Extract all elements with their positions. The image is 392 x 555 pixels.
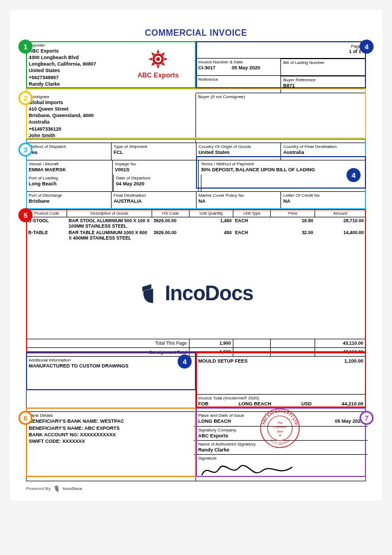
extra-charge-label: MOULD SETUP FEES	[198, 358, 247, 391]
invoice-total-term: FOB	[198, 401, 208, 407]
extra-charge-amount: 1,100.00	[344, 358, 363, 391]
footer-powered: Powered By	[26, 486, 51, 491]
annot-badge-3: 3	[18, 143, 32, 157]
col-desc: Description of Goods	[67, 210, 152, 217]
col-qty: Unit Quantity	[189, 210, 233, 217]
annot-badge-7: 7	[360, 411, 374, 425]
totals-table: Total This Page 1,900 43,110.00 Consignm…	[26, 339, 366, 357]
bank-line3: BANK ACCOUNT NO: XXXXXXXXXXX	[29, 431, 193, 438]
buyer-ref-box: Buyer Reference B871	[281, 76, 366, 93]
consignee-country: Australia	[29, 119, 193, 125]
watermark: IncoDocs	[139, 282, 253, 305]
origin-label: Country Of Origin of Goods	[199, 144, 279, 149]
table-row: B-TABLEBAR TABLE ALUMINIUM 1000 X 600 X …	[27, 229, 366, 241]
consignee-label: Consignee	[29, 94, 193, 99]
annot-badge-4a: 4	[360, 40, 374, 54]
marine-label: Marine Cover Policy No	[199, 193, 279, 198]
departure-label: Date of Departure	[116, 176, 198, 180]
total-page-qty: 1,900	[189, 339, 233, 348]
bol-label: Bill of Lading Number	[283, 60, 363, 65]
annot-badge-1: 1	[18, 40, 32, 54]
svg-text:A.C.N. 86124339: A.C.N. 86124339	[270, 439, 291, 446]
terms-value: 30% DEPOSIT, BALANCE UPON BILL OF LADING	[201, 166, 363, 173]
buyer-label: Buyer (If not Consignee)	[198, 94, 363, 99]
exporter-country: United States	[29, 67, 123, 74]
voyage-label: Voyage No	[115, 162, 196, 166]
origin-value: United States	[199, 149, 279, 156]
port-loading-box: Port of Loading Long Beach	[26, 175, 114, 192]
port-discharge-value: Brisbane	[29, 198, 109, 204]
items-table: Product Code Description of Goods HS Cod…	[26, 209, 366, 339]
buyer-box: Buyer (If not Consignee)	[196, 93, 366, 143]
footer: Powered By IncoDocs	[26, 485, 366, 492]
invoice-number-label: Invoice Number & Date	[198, 60, 278, 64]
exporter-logo: ABC Exports	[123, 43, 193, 84]
company-seal-icon: ABC EXPORTS PTY LTD A.C.N. 86124339 The …	[259, 408, 300, 449]
final-dest-box: Final Destination AUSTRALIA	[112, 192, 197, 209]
annot-badge-4c: 4	[178, 354, 192, 369]
exporter-name: ABC Exports	[29, 48, 123, 54]
voyage-value: V001S	[115, 166, 196, 173]
exporter-phone: +5627349957	[29, 74, 123, 81]
bank-label: Bank Details	[29, 413, 193, 418]
letter-credit-label: Letter Of Credit No	[283, 193, 363, 198]
invoice-number-box: Invoice Number & Date CI-3017 05 May 202…	[196, 59, 281, 76]
exporter-logo-text: ABC Exports	[138, 72, 179, 79]
final-dest-label: Final Destination	[114, 193, 194, 198]
final-dest-value: AUSTRALIA	[114, 198, 194, 204]
annot-badge-5: 5	[18, 208, 32, 222]
invoice-total-currency: USD	[301, 401, 311, 407]
exporter-contact: Randy Clarke	[29, 81, 123, 87]
vessel-label: Vessel / Aircraft	[29, 162, 110, 166]
invoice-total-label: Invoice Total (Incoterms® 2020)	[198, 396, 363, 401]
exporter-label: Exporter	[29, 43, 123, 48]
dest-country-value: Australia	[283, 149, 363, 156]
consign-total-amount: 43,110.00	[315, 347, 365, 356]
incodocs-footer-icon	[54, 485, 60, 492]
annot-badge-2: 2	[18, 91, 32, 105]
bank-line2: BENEFICIARY'S NAME: ABC EXPORTS	[29, 425, 193, 431]
consignee-addr2: Brisbane, Queensland, 4000	[29, 112, 193, 119]
dispatch-box: Method of Dispatch Sea	[26, 143, 112, 160]
total-page-amount: 43,110.00	[315, 339, 365, 348]
svg-text:Seal: Seal	[277, 429, 284, 433]
col-hs: HS Code	[152, 210, 189, 217]
total-page-label: Total This Page	[27, 339, 190, 348]
footer-brand: IncoDocs	[63, 486, 82, 491]
consignee-phone: +61497336120	[29, 126, 193, 132]
table-row: B-STOOLBAR STOOL ALUMINIUM 500 X 100 X 1…	[27, 217, 366, 230]
pages-box: Pages 1 of 1	[196, 41, 366, 59]
marine-box: Marine Cover Policy No NA	[197, 192, 282, 209]
bank-line4: SWIFT CODE: XXXXXXX	[29, 438, 193, 444]
departure-box: Date of Departure 04 May 2020	[114, 175, 201, 192]
terms-box: Terms / Method of Payment 30% DEPOSIT, B…	[199, 160, 366, 192]
annot-badge-4b: 4	[347, 168, 361, 182]
consignee-contact: John Smith	[29, 132, 193, 139]
bank-line1: BENEFICIARY'S BANK NAME: WESTPAC	[29, 418, 193, 424]
letter-credit-value: NA	[283, 198, 363, 204]
port-discharge-box: Port of Discharge Brisbane	[26, 192, 112, 209]
issue-place: LONG BEACH	[198, 418, 244, 424]
consign-total-qty: 1,900	[189, 347, 233, 356]
consignee-box: Consignee Global Imports 410 Queen Stree…	[26, 93, 196, 143]
additional-value: MANUFACTURED TO CUSTOM DRAWINGS	[29, 363, 193, 369]
port-discharge-label: Port of Discharge	[29, 193, 109, 198]
marine-value: NA	[199, 198, 279, 204]
invoice-page: COMMERCIAL INVOICE Exporter ABC Exports …	[10, 10, 382, 501]
signature-box: Place and Date of Issue LONG BEACH 05 Ma…	[196, 412, 366, 481]
col-price: Price	[271, 210, 315, 217]
origin-box: Country Of Origin of Goods United States	[197, 143, 282, 160]
terms-label: Terms / Method of Payment	[201, 162, 363, 166]
additional-info-box: Additional Information MANUFACTURED TO C…	[26, 357, 196, 412]
svg-text:The: The	[277, 421, 283, 425]
consign-total-label: Consignment Total	[27, 347, 190, 356]
dispatch-label: Method of Dispatch	[29, 144, 109, 149]
letter-credit-box: Letter Of Credit No NA	[281, 192, 366, 209]
signature-icon	[198, 461, 296, 481]
consignee-addr1: 410 Queen Street	[29, 106, 193, 112]
consignee-name: Global Imports	[29, 99, 193, 106]
issue-date: 05 May 2020	[335, 418, 363, 424]
buyer-ref-value: B871	[283, 82, 363, 89]
dispatch-value: Sea	[29, 149, 109, 156]
port-loading-value: Long Beach	[29, 180, 111, 187]
